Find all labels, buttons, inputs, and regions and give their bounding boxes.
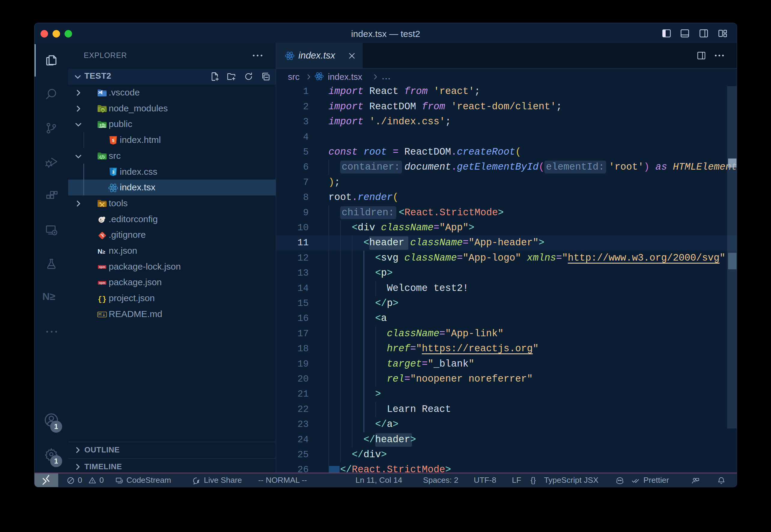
svg-text:npm: npm xyxy=(99,265,105,269)
svg-text:{}: {} xyxy=(98,295,107,304)
svg-text:N: N xyxy=(98,248,102,255)
svg-text:npm: npm xyxy=(99,281,105,284)
svg-text:≥: ≥ xyxy=(102,249,105,255)
svg-text:js: js xyxy=(101,109,104,112)
svg-text:5: 5 xyxy=(112,138,114,143)
svg-text:3: 3 xyxy=(112,170,114,174)
